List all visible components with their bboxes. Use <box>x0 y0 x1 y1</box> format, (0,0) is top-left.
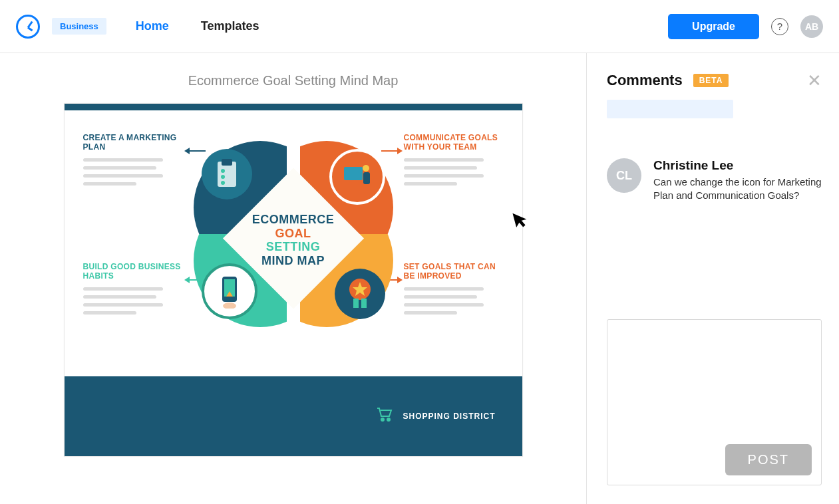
document-preview[interactable]: CREATE A MARKETING PLAN COMMUNICATE GOAL… <box>64 103 523 457</box>
badge-star-icon <box>335 269 385 319</box>
svg-point-15 <box>381 418 384 421</box>
mobile-shopping-icon <box>202 263 257 319</box>
diamond-line: SETTING <box>252 241 335 255</box>
canvas-area[interactable]: Ecommerce Goal Setting Mind Map CREATE A… <box>0 53 586 504</box>
svg-point-4 <box>221 181 225 185</box>
document-title: Ecommerce Goal Setting Mind Map <box>188 73 399 88</box>
compose-box: POST <box>607 319 822 485</box>
beta-badge: BETA <box>693 74 729 87</box>
comment-body: Christine Lee Can we change the icon for… <box>653 158 822 203</box>
brand-badge[interactable]: Business <box>52 18 106 35</box>
quad-label: BUILD GOOD BUSINESS HABITS <box>83 262 181 281</box>
footer-label: SHOPPING DISTRICT <box>403 412 495 421</box>
comments-header: Comments BETA ✕ <box>607 72 822 89</box>
quad-improvable-goals: SET GOALS THAT CAN BE IMPROVED <box>404 262 504 319</box>
doc-top-bar <box>65 104 522 110</box>
comments-panel: Comments BETA ✕ CL Christine Lee Can we … <box>586 53 839 504</box>
logo-icon[interactable] <box>16 15 40 39</box>
primary-nav: Home Templates <box>136 19 259 33</box>
placeholder-lines <box>83 287 183 315</box>
placeholder-lines <box>404 158 504 186</box>
nav-home[interactable]: Home <box>136 19 169 33</box>
svg-point-16 <box>387 418 390 421</box>
comment-text: Can we change the icon for Marketing Pla… <box>653 176 822 203</box>
nav-templates[interactable]: Templates <box>201 19 259 33</box>
svg-point-3 <box>221 175 225 179</box>
app-header: Business Home Templates Upgrade ? AB <box>0 0 839 53</box>
placeholder-lines <box>83 158 183 186</box>
doc-body: CREATE A MARKETING PLAN COMMUNICATE GOAL… <box>65 110 522 376</box>
diamond-line: MIND MAP <box>252 255 335 269</box>
clipboard-icon <box>202 149 252 199</box>
comments-filter[interactable] <box>607 100 733 118</box>
quad-business-habits: BUILD GOOD BUSINESS HABITS <box>83 262 183 319</box>
comments-title: Comments <box>607 72 683 89</box>
doc-footer: SHOPPING DISTRICT <box>65 376 522 456</box>
svg-rect-1 <box>222 159 232 166</box>
diamond-line: ECOMMERCE <box>252 213 335 227</box>
placeholder-lines <box>404 287 504 315</box>
quad-label: COMMUNICATE GOALS WITH YOUR TEAM <box>404 133 498 152</box>
svg-rect-7 <box>363 172 370 184</box>
diamond-line: GOAL <box>252 227 335 241</box>
svg-rect-14 <box>361 299 367 308</box>
svg-rect-13 <box>353 299 359 308</box>
diamond-label: ECOMMERCE GOAL SETTING MIND MAP <box>252 213 335 268</box>
svg-point-6 <box>363 165 369 172</box>
help-icon[interactable]: ? <box>771 18 788 35</box>
avatar[interactable]: AB <box>800 15 823 38</box>
comment-avatar: CL <box>607 158 641 193</box>
main-area: Ecommerce Goal Setting Mind Map CREATE A… <box>0 53 839 504</box>
svg-point-10 <box>223 303 236 309</box>
close-icon[interactable]: ✕ <box>807 72 822 89</box>
svg-rect-5 <box>344 167 363 180</box>
post-button[interactable]: POST <box>725 444 812 475</box>
cart-icon <box>376 407 393 426</box>
quad-marketing-plan: CREATE A MARKETING PLAN <box>83 133 183 190</box>
comment-author: Christine Lee <box>653 158 822 173</box>
upgrade-button[interactable]: Upgrade <box>668 14 759 39</box>
header-right: Upgrade ? AB <box>668 14 823 39</box>
presentation-icon <box>329 149 385 205</box>
svg-point-2 <box>221 169 225 173</box>
comment-item[interactable]: CL Christine Lee Can we change the icon … <box>607 158 822 203</box>
comment-input[interactable] <box>617 329 812 444</box>
quad-label: SET GOALS THAT CAN BE IMPROVED <box>404 262 496 281</box>
quad-label: CREATE A MARKETING PLAN <box>83 133 177 152</box>
quad-communicate-goals: COMMUNICATE GOALS WITH YOUR TEAM <box>404 133 504 190</box>
